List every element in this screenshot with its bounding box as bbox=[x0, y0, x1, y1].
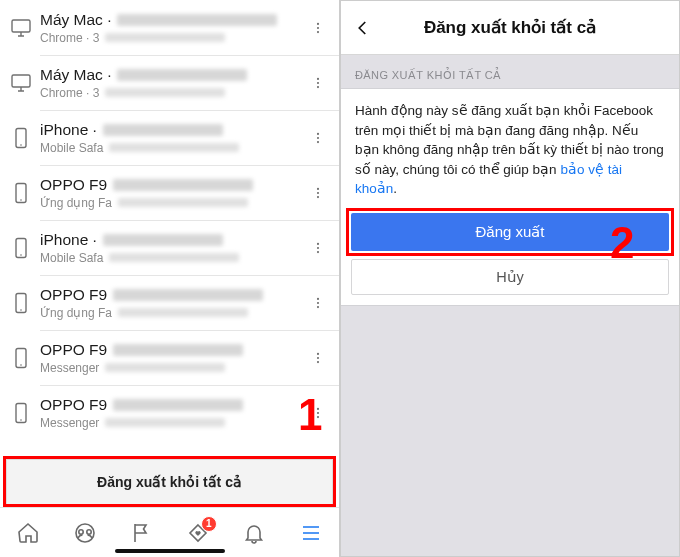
session-sub: Ứng dụng Fa bbox=[40, 196, 112, 210]
cancel-label: Hủy bbox=[496, 269, 524, 285]
svg-point-35 bbox=[317, 407, 319, 409]
home-indicator bbox=[115, 549, 225, 553]
tab-pages[interactable] bbox=[124, 516, 158, 550]
session-sub: Ứng dụng Fa bbox=[40, 306, 112, 320]
svg-point-17 bbox=[317, 196, 319, 198]
svg-rect-4 bbox=[12, 75, 30, 87]
svg-point-30 bbox=[317, 352, 319, 354]
sessions-list: Máy Mac ·Chrome · 3Máy Mac ·Chrome · 3iP… bbox=[0, 0, 339, 455]
svg-point-34 bbox=[20, 419, 22, 421]
svg-point-40 bbox=[87, 529, 91, 533]
session-more-button[interactable] bbox=[305, 235, 331, 261]
svg-rect-0 bbox=[12, 20, 30, 32]
phone-icon bbox=[4, 236, 38, 260]
monitor-icon bbox=[4, 16, 38, 40]
session-more-button[interactable] bbox=[305, 345, 331, 371]
section-label: ĐĂNG XUẤT KHỎI TẤT CẢ bbox=[341, 55, 679, 88]
redacted bbox=[105, 418, 225, 427]
session-more-button[interactable] bbox=[305, 180, 331, 206]
svg-point-32 bbox=[317, 361, 319, 363]
svg-point-39 bbox=[79, 529, 83, 533]
tab-groups[interactable] bbox=[68, 516, 102, 550]
back-button[interactable] bbox=[341, 6, 385, 50]
logout-all-wrap: Đăng xuất khỏi tất cả bbox=[0, 455, 339, 507]
tab-notifications[interactable] bbox=[237, 516, 271, 550]
logout-confirm-label: Đăng xuất bbox=[475, 223, 544, 241]
session-text: iPhone ·Mobile Safa bbox=[38, 231, 305, 265]
redacted bbox=[109, 143, 239, 152]
session-sub: Chrome · 3 bbox=[40, 31, 99, 45]
session-more-button[interactable] bbox=[305, 290, 331, 316]
svg-point-2 bbox=[317, 26, 319, 28]
session-row[interactable]: iPhone ·Mobile Safa bbox=[0, 220, 339, 275]
right-header: Đăng xuất khỏi tất cả bbox=[341, 1, 679, 55]
session-more-button[interactable] bbox=[305, 125, 331, 151]
session-sub: Messenger bbox=[40, 361, 99, 375]
svg-point-37 bbox=[317, 416, 319, 418]
redacted bbox=[117, 69, 247, 81]
session-title: iPhone · bbox=[40, 121, 97, 139]
session-row[interactable]: iPhone ·Mobile Safa bbox=[0, 110, 339, 165]
session-row[interactable]: OPPO F9Ứng dụng Fa bbox=[0, 275, 339, 330]
bottom-tabbar: 1 bbox=[0, 507, 339, 557]
session-more-button[interactable] bbox=[305, 15, 331, 41]
flag-icon bbox=[129, 521, 153, 545]
redacted bbox=[103, 124, 223, 136]
session-sub: Chrome · 3 bbox=[40, 86, 99, 100]
phone-icon bbox=[4, 401, 38, 425]
session-more-button[interactable] bbox=[305, 70, 331, 96]
session-text: OPPO F9Messenger bbox=[38, 341, 305, 375]
svg-point-5 bbox=[317, 77, 319, 79]
svg-point-36 bbox=[317, 411, 319, 413]
desc-text-post: . bbox=[393, 181, 397, 196]
session-text: OPPO F9Ứng dụng Fa bbox=[38, 176, 305, 210]
session-row[interactable]: OPPO F9Ứng dụng Fa bbox=[0, 165, 339, 220]
logout-confirm-button[interactable]: Đăng xuất bbox=[351, 213, 669, 251]
session-row[interactable]: Máy Mac ·Chrome · 3 bbox=[0, 0, 339, 55]
redacted bbox=[117, 14, 277, 26]
tab-menu[interactable] bbox=[294, 516, 328, 550]
redacted bbox=[105, 33, 225, 42]
redacted bbox=[109, 253, 239, 262]
cancel-button[interactable]: Hủy bbox=[351, 259, 669, 295]
session-title: iPhone · bbox=[40, 231, 97, 249]
svg-point-27 bbox=[317, 306, 319, 308]
session-title: OPPO F9 bbox=[40, 341, 107, 359]
tab-home[interactable] bbox=[11, 516, 45, 550]
session-row[interactable]: OPPO F9Messenger bbox=[0, 385, 339, 440]
redacted bbox=[118, 308, 248, 317]
session-row[interactable]: Máy Mac ·Chrome · 3 bbox=[0, 55, 339, 110]
tab-badge: 1 bbox=[201, 516, 217, 532]
chevron-left-icon bbox=[354, 19, 372, 37]
svg-point-22 bbox=[317, 251, 319, 253]
session-text: iPhone ·Mobile Safa bbox=[38, 121, 305, 155]
session-row[interactable]: OPPO F9Messenger bbox=[0, 330, 339, 385]
session-text: OPPO F9Ứng dụng Fa bbox=[38, 286, 305, 320]
session-title: OPPO F9 bbox=[40, 286, 107, 304]
session-title: Máy Mac · bbox=[40, 11, 111, 29]
logout-all-button[interactable]: Đăng xuất khỏi tất cả bbox=[6, 459, 333, 505]
session-sub: Mobile Safa bbox=[40, 251, 103, 265]
svg-point-21 bbox=[317, 246, 319, 248]
session-title: OPPO F9 bbox=[40, 396, 107, 414]
svg-point-25 bbox=[317, 297, 319, 299]
redacted bbox=[105, 88, 225, 97]
session-more-button[interactable] bbox=[305, 400, 331, 426]
phone-icon bbox=[4, 346, 38, 370]
svg-point-9 bbox=[20, 144, 22, 146]
redacted bbox=[113, 179, 253, 191]
right-title: Đăng xuất khỏi tất cả bbox=[385, 17, 679, 38]
svg-point-31 bbox=[317, 356, 319, 358]
logout-all-label: Đăng xuất khỏi tất cả bbox=[97, 474, 242, 490]
redacted bbox=[118, 198, 248, 207]
left-pane: Máy Mac ·Chrome · 3Máy Mac ·Chrome · 3iP… bbox=[0, 0, 340, 557]
redacted bbox=[113, 344, 243, 356]
svg-point-3 bbox=[317, 31, 319, 33]
confirm-panel: Hành động này sẽ đăng xuất bạn khỏi Face… bbox=[341, 88, 679, 306]
svg-point-29 bbox=[20, 364, 22, 366]
svg-point-11 bbox=[317, 136, 319, 138]
menu-icon bbox=[299, 521, 323, 545]
tab-dating[interactable]: 1 bbox=[181, 516, 215, 550]
groups-icon bbox=[73, 521, 97, 545]
svg-point-20 bbox=[317, 242, 319, 244]
